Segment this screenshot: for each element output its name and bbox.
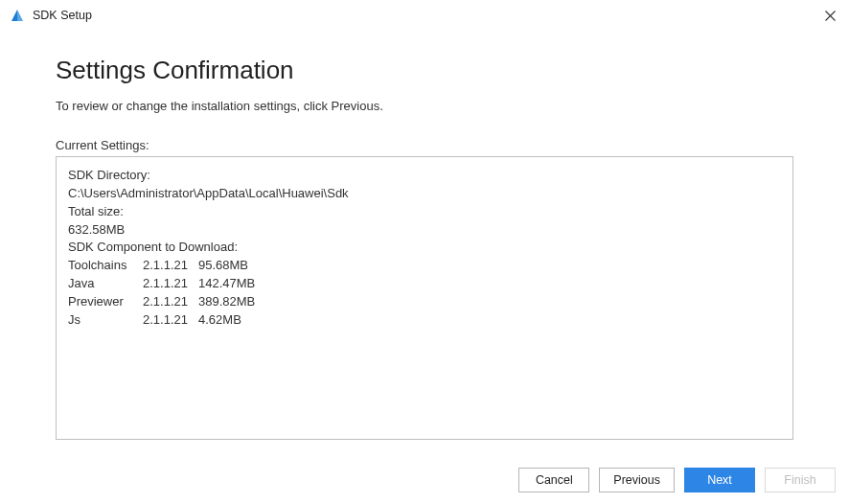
component-version: 2.1.1.21 [143, 311, 198, 330]
footer-buttons: Cancel Previous Next Finish [518, 468, 836, 493]
component-size: 142.47MB [198, 275, 255, 293]
table-row: Java 2.1.1.21 142.47MB [68, 275, 781, 293]
current-settings-label: Current Settings: [56, 138, 793, 152]
table-row: Toolchains 2.1.1.21 95.68MB [68, 257, 781, 275]
cancel-button[interactable]: Cancel [518, 468, 589, 493]
component-name: Java [68, 275, 143, 293]
components-label: SDK Component to Download: [68, 239, 781, 257]
titlebar: SDK Setup [0, 0, 849, 31]
previous-button[interactable]: Previous [599, 468, 675, 493]
component-name: Toolchains [68, 257, 143, 275]
settings-textbox[interactable]: SDK Directory: C:\Users\Administrator\Ap… [56, 156, 793, 440]
next-button[interactable]: Next [684, 468, 755, 493]
component-size: 389.82MB [198, 293, 255, 311]
component-name: Js [68, 311, 143, 330]
component-version: 2.1.1.21 [143, 275, 198, 293]
component-version: 2.1.1.21 [143, 257, 198, 275]
window-title: SDK Setup [33, 9, 841, 22]
close-button[interactable] [811, 0, 849, 31]
app-icon [10, 8, 25, 23]
components-table: Toolchains 2.1.1.21 95.68MB Java 2.1.1.2… [68, 257, 781, 329]
total-size-label: Total size: [68, 203, 781, 221]
total-size-value: 632.58MB [68, 221, 781, 240]
component-size: 4.62MB [198, 311, 241, 330]
table-row: Js 2.1.1.21 4.62MB [68, 311, 781, 330]
sdk-dir-path: C:\Users\Administrator\AppData\Local\Hua… [68, 185, 781, 203]
content-area: Settings Confirmation To review or chang… [0, 31, 849, 440]
page-subtext: To review or change the installation set… [56, 99, 793, 113]
table-row: Previewer 2.1.1.21 389.82MB [68, 293, 781, 311]
close-icon [825, 11, 836, 21]
page-title: Settings Confirmation [56, 56, 793, 85]
sdk-dir-label: SDK Directory: [68, 167, 781, 185]
component-name: Previewer [68, 293, 143, 311]
component-size: 95.68MB [198, 257, 248, 275]
finish-button: Finish [765, 468, 836, 493]
component-version: 2.1.1.21 [143, 293, 198, 311]
